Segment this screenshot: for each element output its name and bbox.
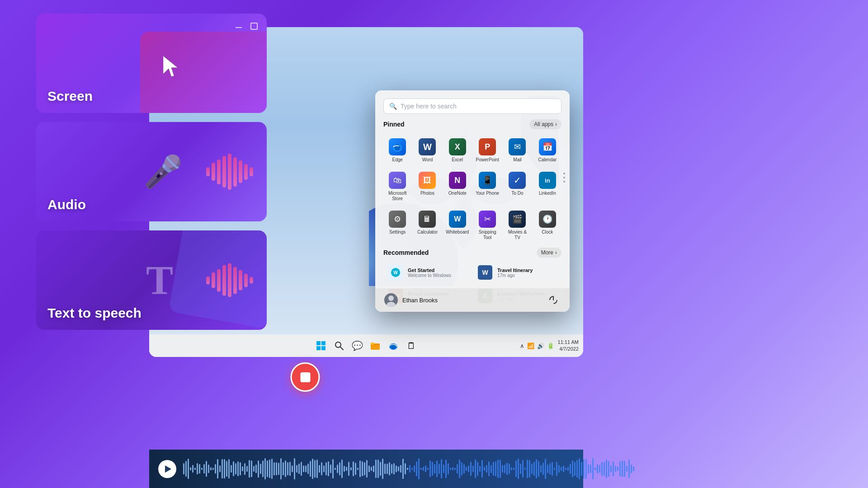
movies-icon: 🎬: [509, 211, 526, 228]
waveform-bar: [434, 464, 435, 474]
app-settings[interactable]: ⚙ Settings: [383, 207, 411, 244]
volume-icon[interactable]: 🔊: [537, 343, 544, 349]
waveform-bar: [380, 462, 381, 476]
waveform-bar: [274, 462, 275, 476]
tray-expand-icon[interactable]: ∧: [520, 343, 524, 349]
rec-get-started[interactable]: W Get Started Welcome to Windows: [383, 261, 472, 284]
recommended-header: Recommended More ›: [383, 248, 561, 258]
all-apps-button[interactable]: All apps ›: [529, 119, 561, 129]
waveform-bar: [565, 468, 566, 469]
battery-icon[interactable]: 🔋: [547, 343, 554, 349]
waveform-bar: [423, 467, 424, 471]
app-clock[interactable]: 🕐 Clock: [533, 207, 561, 244]
app-movies[interactable]: 🎬 Movies & TV: [503, 207, 531, 244]
waveform-bar: [384, 464, 386, 474]
record-button[interactable]: [291, 362, 320, 392]
waveform-bar: [601, 462, 603, 476]
app-snipping[interactable]: ✂ Snipping Tool: [473, 207, 501, 244]
waveform-bar: [321, 462, 322, 475]
app-yourphone[interactable]: 📱 Your Phone: [473, 168, 501, 205]
app-msstore[interactable]: 🛍 Microsoft Store: [383, 168, 411, 205]
waveform-bar: [432, 462, 433, 476]
audio-card[interactable]: 🎤 Audio: [36, 122, 267, 221]
system-tray-icons: ∧ 📶 🔊 🔋: [520, 343, 554, 349]
word-label: Word: [422, 157, 433, 163]
waveform-bar: [190, 467, 191, 470]
waveform-bar: [448, 463, 449, 474]
waveform-bar: [522, 460, 524, 477]
waveform-bar: [368, 465, 370, 472]
waveform-bar: [540, 465, 542, 473]
clock-label: Clock: [542, 230, 553, 235]
tts-card[interactable]: T Text to speech: [36, 230, 267, 330]
taskbar-clock[interactable]: 11:11 AM 4/7/2022: [558, 339, 579, 353]
app-onenote[interactable]: N OneNote: [443, 168, 472, 205]
left-panel: Screen 🎤 Audio T: [36, 14, 267, 330]
travel-name: Travel Itinerary: [497, 267, 557, 273]
waveform-bar: [542, 463, 544, 475]
waveform-bar: [459, 460, 460, 478]
waveform-bar: [536, 459, 537, 479]
waveform-bar: [312, 459, 313, 479]
svg-rect-7: [321, 346, 326, 350]
waveform-bar: [271, 459, 273, 479]
waveform-bar: [472, 465, 474, 472]
movies-label: Movies & TV: [505, 230, 529, 240]
audio-label: Audio: [47, 197, 86, 212]
waveform-bar: [389, 462, 390, 475]
play-button[interactable]: [158, 460, 176, 478]
app-calculator[interactable]: 🖩 Calculator: [413, 207, 441, 244]
waveform-bar: [475, 460, 476, 479]
user-info[interactable]: Ethan Brooks: [384, 293, 438, 307]
wifi-icon[interactable]: 📶: [527, 343, 534, 349]
taskbar-chat-button[interactable]: 💬: [349, 338, 365, 354]
onenote-icon: N: [449, 172, 466, 189]
linkedin-label: LinkedIn: [539, 191, 556, 196]
app-whiteboard[interactable]: W Whiteboard: [443, 207, 472, 244]
search-bar[interactable]: 🔍 Type here to search: [383, 99, 561, 114]
svg-marker-0: [163, 56, 178, 77]
app-photos[interactable]: 🖼 Photos: [413, 168, 441, 205]
waveform-bar: [504, 465, 505, 473]
screen-card[interactable]: Screen: [36, 14, 267, 113]
rec-travel[interactable]: W Travel Itinerary 17m ago: [473, 261, 561, 284]
waveform-bar: [524, 468, 526, 470]
waveform-bar: [233, 461, 234, 477]
settings-label: Settings: [389, 230, 406, 235]
waveform-bar: [276, 462, 277, 475]
taskbar-start-button[interactable]: [313, 338, 329, 354]
search-placeholder: Type here to search: [401, 103, 457, 110]
waveform-bar: [414, 465, 415, 472]
get-started-name: Get Started: [408, 267, 467, 273]
power-button[interactable]: [546, 293, 561, 307]
app-word[interactable]: W Word: [413, 135, 441, 166]
more-button[interactable]: More ›: [537, 248, 561, 258]
app-powerpoint[interactable]: P PowerPoint: [473, 135, 501, 166]
taskbar-search-button[interactable]: [331, 338, 347, 354]
taskbar-files-button[interactable]: [367, 338, 383, 354]
app-edge[interactable]: Edge: [383, 135, 411, 166]
waveform-bar: [619, 461, 621, 476]
app-mail[interactable]: ✉ Mail: [503, 135, 531, 166]
waveform-bar: [350, 467, 352, 470]
taskbar-notes-button[interactable]: 🗒: [403, 338, 420, 354]
waveform-bar: [452, 467, 453, 471]
waveform-bar: [520, 464, 521, 474]
app-calendar[interactable]: 📅 Calendar: [533, 135, 561, 166]
waveform-bar: [398, 466, 399, 471]
waveform-bar: [429, 460, 431, 477]
svg-text:W: W: [393, 270, 398, 275]
waveform-bar: [267, 460, 268, 477]
waveform-bar: [493, 462, 494, 476]
app-linkedin[interactable]: in LinkedIn: [533, 168, 561, 205]
waveform-bar: [307, 464, 309, 474]
waveform-bar: [531, 464, 533, 474]
app-todo[interactable]: ✓ To Do: [503, 168, 531, 205]
waveform-bar: [359, 460, 361, 478]
app-excel[interactable]: X Excel: [443, 135, 472, 166]
waveform-bar: [592, 458, 594, 479]
get-started-icon: W: [388, 265, 403, 280]
taskbar-edge-button[interactable]: [385, 338, 401, 354]
waveform-bar: [294, 458, 295, 479]
waveform-bar: [222, 459, 223, 479]
